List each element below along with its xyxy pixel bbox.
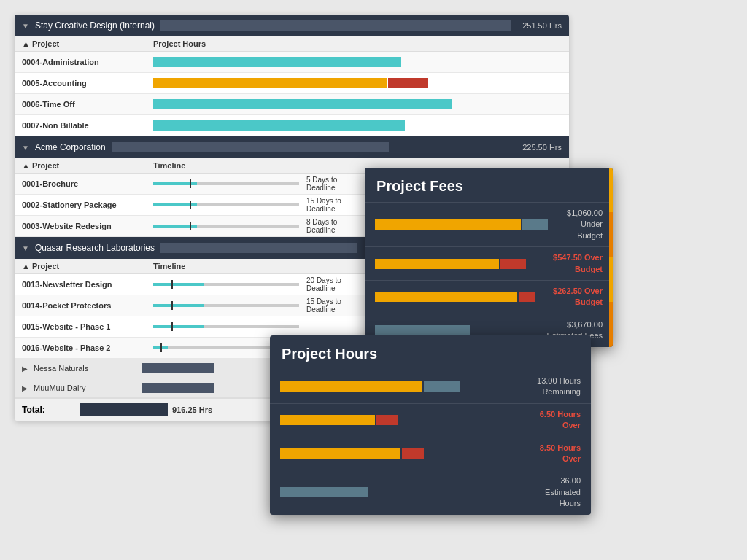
table-row: 0007-Non Billable (15, 115, 569, 136)
hours-row-4: 36.00EstimatedHours (270, 470, 591, 514)
accent-seg-2 (609, 212, 613, 257)
row-label: 0006-Time Off (22, 100, 153, 109)
timeline-track (153, 304, 299, 307)
timeline-marker (171, 322, 173, 331)
row-bar-area (153, 55, 562, 69)
row-label: 0005-Accounting (22, 79, 153, 88)
timeline-label: 8 Days toDeadline (306, 218, 337, 234)
hours-bar-area-1 (280, 379, 480, 394)
group-bar-1 (160, 20, 511, 31)
fee-status-3: $262.50 OverBudget (541, 286, 603, 308)
hours-status-2: 6.50 HoursOver (486, 409, 581, 432)
collapsed-label-muumuu: MuuMuu Dairy (34, 384, 136, 392)
table-row: 0004-Administration (15, 52, 569, 73)
row-label: 0014-Pocket Protectors (22, 301, 153, 310)
accent-seg-1 (609, 168, 613, 212)
group-bar-3 (160, 243, 357, 253)
hours-status-4: 36.00EstimatedHours (486, 475, 581, 509)
expand-icon-1: ▼ (22, 22, 29, 30)
group-label-3: Quasar Research Laboratories (35, 243, 155, 253)
row-label: 0015-Website - Phase 1 (22, 322, 153, 331)
group-stay-creative[interactable]: ▼ Stay Creative Design (Internal) 251.50… (15, 15, 569, 36)
popup-hours-title: Project Hours (270, 335, 591, 370)
timeline-marker (171, 280, 173, 289)
expand-icon-2: ▼ (22, 144, 29, 152)
timeline-track (153, 325, 299, 328)
timeline-marker (190, 222, 191, 230)
timeline-label: 20 Days toDeadline (306, 276, 341, 292)
total-hrs: 916.25 Hrs (172, 405, 212, 414)
accent-seg-3 (609, 257, 613, 302)
popup-fees-title: Project Fees (365, 168, 613, 202)
timeline-marker (190, 201, 191, 209)
timeline-track (153, 225, 299, 228)
timeline-fill (153, 304, 204, 307)
total-label: Total: (22, 405, 80, 415)
hours-bar-dark-4 (280, 487, 368, 497)
sort-icon-3: ▲ (22, 262, 32, 271)
timeline-label: 15 Days toDeadline (306, 298, 341, 314)
fee-bar-area-2 (375, 257, 526, 271)
fee-bar-red-3 (519, 292, 535, 302)
bar-teal (153, 57, 401, 67)
sort-icon-1: ▲ (22, 39, 32, 48)
group-label-2: Acme Corporation (35, 142, 106, 152)
row-label: 0016-Website - Phase 2 (22, 343, 153, 352)
timeline-track (153, 283, 299, 286)
table-row: 0005-Accounting (15, 73, 569, 94)
accent-strip (609, 168, 613, 347)
expand-icon-muumuu: ▶ (22, 384, 28, 392)
fee-bar-area-1 (375, 217, 548, 232)
fee-bar-orange-2 (375, 259, 499, 269)
timeline-marker (171, 301, 173, 310)
timeline-marker (190, 179, 191, 188)
fee-row-2: $547.50 OverBudget (365, 246, 613, 280)
accent-seg-4 (609, 302, 613, 346)
row-label: 0013-Newsletter Design (22, 280, 153, 289)
hours-status-3: 8.50 HoursOver (486, 443, 581, 465)
hours-status-1: 13.00 HoursRemaining (486, 376, 581, 398)
fee-status-1: $1,060.00Under Budget (554, 208, 603, 241)
fee-bar-red-2 (500, 259, 526, 269)
group-bar-container-2 (112, 141, 511, 154)
bar-teal (153, 99, 452, 109)
group-bar-container-1 (160, 19, 511, 32)
timeline-track (153, 182, 299, 185)
collapsed-label-nessa: Nessa Naturals (34, 364, 136, 373)
popup-hours: Project Hours 13.00 HoursRemaining 6.50 … (270, 335, 591, 515)
col-project-label-1: ▲ Project (22, 39, 153, 48)
hours-row-2: 6.50 HoursOver (270, 403, 591, 437)
fee-bar-orange-1 (375, 219, 521, 230)
hours-bar-area-3 (280, 446, 480, 461)
collapsed-bar-muumuu (142, 383, 214, 393)
timeline-label: 5 Days toDeadline (306, 176, 337, 192)
group-acme[interactable]: ▼ Acme Corporation 225.50 Hrs (15, 136, 569, 158)
hours-bar-area-2 (280, 413, 480, 427)
fee-bar-area-3 (375, 289, 535, 304)
expand-icon-3: ▼ (22, 244, 29, 252)
timeline-fill (153, 283, 204, 286)
group-bar-2 (112, 142, 389, 152)
collapsed-bar-nessa (142, 363, 214, 373)
bar-orange (153, 78, 387, 88)
hours-bar-orange-3 (280, 448, 400, 459)
timeline-track (153, 203, 299, 206)
timeline-fill (153, 325, 204, 328)
bar-red (388, 78, 428, 88)
fee-bar-dark-1 (522, 219, 548, 230)
hours-row-1: 13.00 HoursRemaining (270, 370, 591, 403)
row-label: 0002-Stationery Package (22, 201, 153, 209)
hours-bar-orange-1 (280, 381, 422, 392)
hours-bar-dark-1 (424, 381, 460, 392)
fee-row-1: $1,060.00Under Budget (365, 202, 613, 246)
group-hrs-2: 225.50 Hrs (522, 143, 562, 152)
col-project-label-2: ▲ Project (22, 161, 153, 170)
fee-bar-orange-3 (375, 292, 517, 302)
hours-bar-area-4 (280, 485, 480, 499)
row-label: 0004-Administration (22, 58, 153, 66)
fee-status-2: $547.50 OverBudget (532, 252, 603, 275)
hours-bar-red-3 (402, 448, 424, 459)
popup-fees: Project Fees $1,060.00Under Budget $547.… (365, 168, 613, 347)
sort-icon-2: ▲ (22, 161, 32, 170)
col-header-1: ▲ Project Project Hours (15, 36, 569, 52)
